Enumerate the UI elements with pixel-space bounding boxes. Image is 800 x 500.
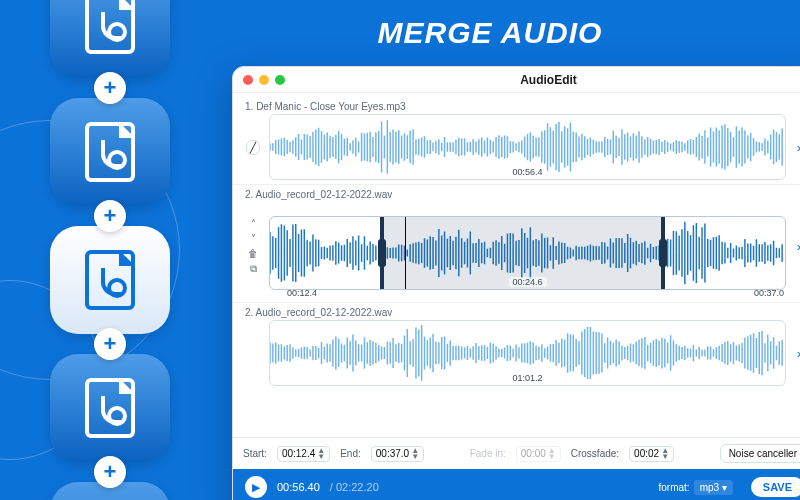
time-current: 00:56.40	[277, 481, 320, 493]
track-row-selected: 2. Audio_record_02-12-2022.wav ˄ ˅ 🗑 ⧉	[233, 184, 800, 302]
delete-button[interactable]: 🗑	[248, 248, 258, 259]
window-title: AudioEdit	[291, 73, 800, 87]
fullscreen-icon[interactable]	[275, 75, 285, 85]
audio-file-tile-active	[50, 226, 170, 334]
audio-file-tile	[50, 354, 170, 462]
time-total: / 02:22.20	[330, 481, 379, 493]
audio-file-tile	[50, 0, 170, 78]
format-label: format:	[659, 482, 690, 493]
scroll-right-button[interactable]: ›	[792, 239, 800, 254]
play-button[interactable]: ▶	[245, 476, 267, 498]
selection-handle-right[interactable]	[659, 239, 667, 267]
track-duration: 00:56.4	[508, 167, 546, 177]
app-window: AudioEdit 1. Def Manic - Close Your Eyes…	[232, 66, 800, 500]
promo-column: + + + +	[40, 0, 180, 500]
crossfade-label: Crossfade:	[571, 448, 619, 459]
start-label: Start:	[243, 448, 267, 459]
track-duration: 00:24.6	[508, 277, 546, 287]
track-side-controls: ˄ ˅ 🗑 ⧉	[243, 218, 263, 275]
close-icon[interactable]	[243, 75, 253, 85]
fadein-stepper[interactable]: 00:00▲▼	[516, 446, 561, 462]
edit-controls-bar: Start: 00:12.4▲▼ End: 00:37.0▲▼ Fade in:…	[233, 437, 800, 469]
audio-file-tile	[50, 98, 170, 206]
fade-tool-button[interactable]: ╱	[246, 140, 260, 155]
minimize-icon[interactable]	[259, 75, 269, 85]
format-select[interactable]: mp3 ▾	[694, 480, 733, 495]
plus-icon: +	[94, 456, 126, 488]
plus-icon: +	[94, 200, 126, 232]
hero-title: MERGE AUDIO	[220, 16, 760, 50]
track-label: 2. Audio_record_02-12-2022.wav	[245, 307, 800, 318]
fadein-label: Fade in:	[470, 448, 506, 459]
plus-icon: +	[94, 72, 126, 104]
track-row: 1. Def Manic - Close Your Eyes.mp3 ╱ 00:…	[233, 97, 800, 184]
waveform[interactable]: 00:24.6	[269, 216, 786, 290]
waveform[interactable]: 01:01.2	[269, 320, 786, 386]
duplicate-button[interactable]: ⧉	[250, 263, 257, 275]
playback-bar: ▶ 00:56.40 / 02:22.20 format: mp3 ▾ SAVE	[233, 469, 800, 500]
track-row: 2. Audio_record_02-12-2022.wav 01:01.2 ›	[233, 302, 800, 390]
track-label: 1. Def Manic - Close Your Eyes.mp3	[245, 101, 800, 112]
move-down-button[interactable]: ˅	[251, 233, 256, 244]
track-duration: 01:01.2	[508, 373, 546, 383]
titlebar: AudioEdit	[233, 67, 800, 93]
scroll-right-button[interactable]: ›	[792, 346, 800, 361]
track-list: 1. Def Manic - Close Your Eyes.mp3 ╱ 00:…	[233, 93, 800, 390]
noise-canceller-button[interactable]: Noise canceller	[720, 444, 800, 463]
end-stepper[interactable]: 00:37.0▲▼	[371, 446, 424, 462]
selection-handle-left[interactable]	[378, 239, 386, 267]
move-up-button[interactable]: ˄	[251, 218, 256, 229]
save-button[interactable]: SAVE	[751, 477, 800, 497]
waveform[interactable]: 00:56.4	[269, 114, 786, 180]
plus-icon: +	[94, 328, 126, 360]
crossfade-stepper[interactable]: 00:02▲▼	[629, 446, 674, 462]
start-stepper[interactable]: 00:12.4▲▼	[277, 446, 330, 462]
track-label: 2. Audio_record_02-12-2022.wav	[245, 189, 800, 200]
end-label: End:	[340, 448, 361, 459]
scroll-right-button[interactable]: ›	[792, 140, 800, 155]
